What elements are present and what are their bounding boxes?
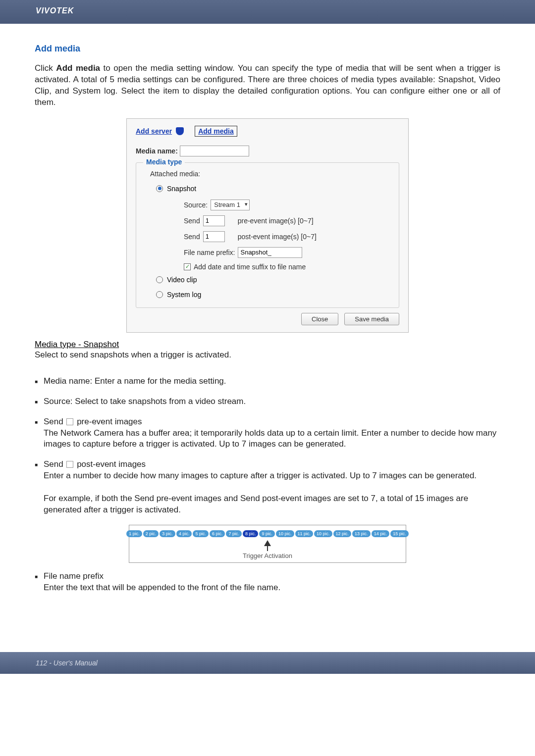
post-event-count-input[interactable] xyxy=(203,231,225,242)
bullet-prefix: File name prefix Enter the text that wil… xyxy=(35,571,500,594)
pre-event-count-input[interactable] xyxy=(203,215,225,226)
media-name-input[interactable] xyxy=(180,146,249,156)
intro-rest: to open the media setting window. You ca… xyxy=(35,63,500,107)
arrow-stem xyxy=(267,546,268,551)
video-clip-radio[interactable] xyxy=(156,276,163,283)
video-clip-label: Video clip xyxy=(167,276,197,284)
intro-paragraph: Click Add media to open the media settin… xyxy=(35,63,500,108)
diagram-pill: 12 pic. xyxy=(333,530,352,537)
close-button[interactable]: Close xyxy=(301,313,338,325)
suffix-checkbox[interactable]: ✓ xyxy=(184,263,191,270)
diagram-pill: 3 pic. xyxy=(160,530,175,537)
bullet-media-name: Media name: Enter a name for the media s… xyxy=(35,376,500,387)
suffix-label: Add date and time suffix to file name xyxy=(194,263,306,271)
diagram-pill: 6 pic. xyxy=(210,530,225,537)
bullet-post-event: Send post-event images Enter a number to… xyxy=(35,459,500,516)
prefix-label: File name prefix: xyxy=(184,249,235,256)
send-pre-label-a: Send xyxy=(184,217,200,225)
b3-body: The Network Camera has a buffer area; it… xyxy=(44,428,500,451)
system-log-label: System log xyxy=(167,291,201,299)
add-media-dialog: Add server Add media Media name: Media t… xyxy=(126,118,409,333)
media-name-label: Media name: xyxy=(136,147,178,155)
b4-body2: For example, if both the Send pre-event … xyxy=(44,493,500,516)
source-select[interactable]: Stream 1 xyxy=(211,200,250,210)
prefix-input[interactable] xyxy=(238,247,302,258)
intro-bold: Add media xyxy=(56,63,100,73)
page-content: Add media Click Add media to open the me… xyxy=(0,24,535,617)
bullet-pre-event: Send pre-event images The Network Camera… xyxy=(35,416,500,451)
source-label: Source: xyxy=(184,201,208,209)
diagram-pill: 8 pic. xyxy=(243,530,259,537)
system-log-radio[interactable] xyxy=(156,291,163,298)
brand-logo: VIVOTEK xyxy=(36,6,74,15)
send-post-label-b: post-event image(s) [0~7] xyxy=(238,233,317,241)
intro-prefix: Click xyxy=(35,63,56,73)
bullet-source: Source: Select to take snapshots from a … xyxy=(35,396,500,407)
diagram-pill: 15 pic. xyxy=(390,530,409,537)
trigger-label: Trigger Activation xyxy=(134,552,401,559)
b3-tail: pre-event images xyxy=(74,417,142,426)
diagram-pill: 14 pic. xyxy=(372,530,390,537)
add-server-link[interactable]: Add server xyxy=(136,127,172,135)
footer-bar: 112 - User's Manual xyxy=(0,652,535,674)
attached-media-label: Attached media: xyxy=(150,170,392,178)
b4-tail: post-event images xyxy=(74,459,146,469)
diagram-pill: 4 pic. xyxy=(176,530,192,537)
b3-head: Send xyxy=(44,417,65,426)
diagram-pill: 10 pic. xyxy=(314,530,332,537)
send-post-label-a: Send xyxy=(184,233,200,241)
inline-box-icon xyxy=(66,418,73,425)
inline-box-icon xyxy=(66,461,73,468)
b4-head: Send xyxy=(44,459,65,469)
b4-body1: Enter a number to decide how many images… xyxy=(44,470,500,482)
b5-body: Enter the text that will be appended to … xyxy=(44,582,500,594)
send-pre-label-b: pre-event image(s) [0~7] xyxy=(238,217,314,225)
trigger-diagram: 1 pic.2 pic.3 pic.4 pic.5 pic.6 pic.7 pi… xyxy=(129,525,406,563)
diagram-pill: 13 pic. xyxy=(352,530,371,537)
media-type-desc: Select to send snapshots when a trigger … xyxy=(35,350,500,361)
section-title: Add media xyxy=(35,44,500,54)
shield-icon xyxy=(176,127,184,135)
save-media-button[interactable]: Save media xyxy=(344,313,399,325)
page-footer-text: 112 - User's Manual xyxy=(36,659,98,667)
header-bar: VIVOTEK xyxy=(0,0,535,24)
diagram-pill: 10 pic. xyxy=(276,530,294,537)
diagram-pill: 11 pic. xyxy=(295,530,314,537)
diagram-pill: 1 pic. xyxy=(126,530,142,537)
snapshot-label: Snapshot xyxy=(167,185,196,193)
b5-head: File name prefix xyxy=(44,571,104,581)
snapshot-radio[interactable] xyxy=(156,185,163,192)
media-type-fieldset: Media type Attached media: Snapshot Sour… xyxy=(136,162,399,308)
media-type-subtitle: Media type - Snapshot xyxy=(35,340,500,350)
arrow-up-icon xyxy=(264,540,271,546)
media-type-legend: Media type xyxy=(143,158,185,166)
add-media-link[interactable]: Add media xyxy=(195,126,237,137)
diagram-pill: 7 pic. xyxy=(226,530,242,537)
diagram-pill: 2 pic. xyxy=(143,530,159,537)
diagram-pill: 5 pic. xyxy=(193,530,209,537)
pill-row: 1 pic.2 pic.3 pic.4 pic.5 pic.6 pic.7 pi… xyxy=(134,530,401,537)
diagram-pill: 9 pic. xyxy=(259,530,275,537)
